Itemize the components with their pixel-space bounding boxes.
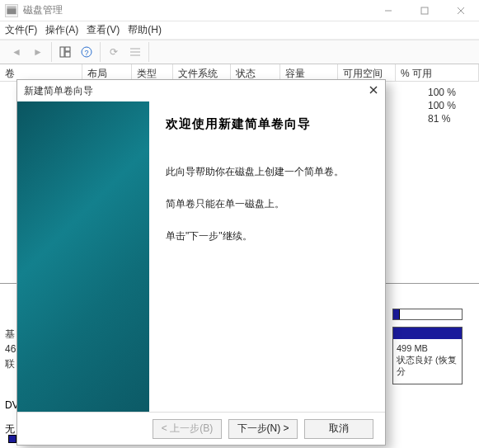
close-button[interactable]	[443, 0, 479, 21]
svg-rect-8	[65, 52, 70, 57]
cancel-button[interactable]: 取消	[304, 419, 373, 439]
back-icon[interactable]: ◄	[7, 42, 26, 62]
list-icon[interactable]	[125, 42, 145, 62]
menu-view[interactable]: 查看(V)	[87, 23, 120, 37]
menu-action[interactable]: 操作(A)	[45, 23, 78, 37]
partition-header	[393, 328, 462, 339]
wizard-heading: 欢迎使用新建简单卷向导	[166, 116, 370, 132]
menu-bar: 文件(F) 操作(A) 查看(V) 帮助(H)	[0, 21, 479, 40]
partition-status: 状态良好 (恢复分	[397, 354, 458, 377]
disk-label-row: 基	[5, 327, 16, 342]
svg-text:?: ?	[84, 49, 88, 57]
wizard-close-icon[interactable]	[369, 85, 378, 97]
legend-primary-icon	[8, 435, 16, 443]
new-simple-volume-wizard: 新建简单卷向导 欢迎使用新建简单卷向导 此向导帮助你在磁盘上创建一个简单卷。 简…	[16, 79, 386, 446]
pct-row: 100 %	[428, 86, 456, 99]
toolbar: ◄ ► ? ⟳	[0, 40, 479, 64]
minimize-button[interactable]	[370, 0, 406, 21]
partition-strip	[392, 309, 463, 320]
wizard-title: 新建简单卷向导	[24, 84, 93, 98]
wizard-text-1: 此向导帮助你在磁盘上创建一个简单卷。	[166, 165, 370, 179]
svg-rect-3	[421, 7, 428, 14]
next-button[interactable]: 下一步(N) >	[228, 419, 298, 439]
partition-box[interactable]: 499 MB 状态良好 (恢复分	[392, 327, 463, 384]
wizard-titlebar[interactable]: 新建简单卷向导	[17, 80, 385, 101]
forward-icon[interactable]: ►	[28, 42, 48, 62]
wizard-body: 欢迎使用新建简单卷向导 此向导帮助你在磁盘上创建一个简单卷。 简单卷只能在单一磁…	[149, 101, 385, 412]
wizard-button-row: < 上一步(B) 下一步(N) > 取消	[17, 412, 385, 445]
col-pct-free[interactable]: % 可用	[396, 64, 479, 81]
col-filesystem[interactable]: 文件系统	[173, 64, 231, 81]
pct-values: 100 % 100 % 81 %	[428, 86, 456, 125]
back-button: < 上一步(B)	[153, 419, 222, 439]
layout-icon[interactable]	[55, 42, 75, 62]
col-volume[interactable]: 卷	[0, 64, 82, 81]
col-status[interactable]: 状态	[231, 64, 280, 81]
refresh-icon[interactable]: ⟳	[104, 42, 124, 62]
help-icon[interactable]: ?	[77, 42, 96, 62]
col-capacity[interactable]: 容量	[280, 64, 338, 81]
col-type[interactable]: 类型	[132, 64, 173, 81]
wizard-text-3: 单击"下一步"继续。	[166, 229, 370, 243]
disk-label-row: 联	[5, 356, 16, 371]
partition-size: 499 MB	[397, 342, 458, 354]
disk-left-labels: 基 46 联	[5, 327, 16, 372]
svg-rect-6	[60, 47, 64, 57]
wizard-text-2: 简单卷只能在单一磁盘上。	[166, 197, 370, 211]
col-layout[interactable]: 布局	[82, 64, 132, 81]
app-icon	[5, 4, 18, 17]
main-titlebar: 磁盘管理	[0, 0, 479, 21]
svg-rect-1	[7, 6, 16, 8]
disk-label-row: 46	[5, 342, 16, 356]
menu-file[interactable]: 文件(F)	[5, 23, 37, 37]
col-free[interactable]: 可用空间	[338, 64, 396, 81]
wizard-side-banner	[17, 101, 149, 412]
pct-row: 81 %	[428, 112, 456, 125]
svg-rect-7	[65, 47, 70, 51]
pct-row: 100 %	[428, 99, 456, 112]
app-title: 磁盘管理	[23, 3, 63, 17]
svg-rect-0	[7, 8, 16, 14]
maximize-button[interactable]	[406, 0, 443, 21]
menu-help[interactable]: 帮助(H)	[128, 23, 162, 37]
